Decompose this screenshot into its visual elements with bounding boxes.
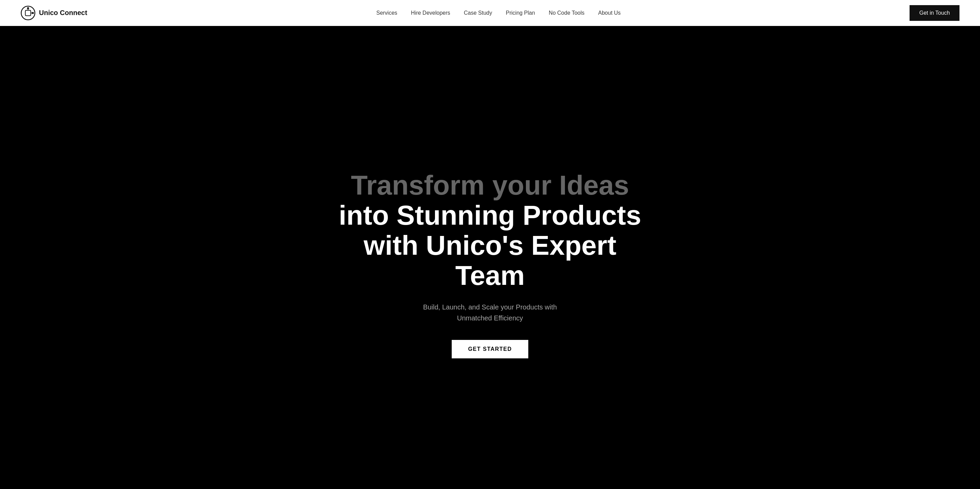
hero-section: Transform your Ideas into Stunning Produ… bbox=[0, 26, 980, 489]
nav-about-us[interactable]: About Us bbox=[598, 10, 620, 16]
hero-title-muted: Transform your Ideas bbox=[351, 170, 629, 201]
nav-hire-developers[interactable]: Hire Developers bbox=[411, 10, 450, 16]
nav-no-code-tools[interactable]: No Code Tools bbox=[549, 10, 585, 16]
svg-rect-1 bbox=[25, 10, 31, 16]
nav-services[interactable]: Services bbox=[376, 10, 397, 16]
get-in-touch-button[interactable]: Get in Touch bbox=[910, 5, 959, 21]
nav-links: Services Hire Developers Case Study Pric… bbox=[376, 10, 620, 16]
get-started-button[interactable]: GET STARTED bbox=[452, 340, 528, 358]
hero-title-white: into Stunning Products with Unico's Expe… bbox=[339, 200, 641, 291]
svg-point-2 bbox=[27, 7, 29, 9]
navbar: Unico Connect Services Hire Developers C… bbox=[0, 0, 980, 26]
nav-pricing-plan[interactable]: Pricing Plan bbox=[506, 10, 535, 16]
logo-icon bbox=[21, 5, 35, 21]
hero-subtitle: Build, Launch, and Scale your Products w… bbox=[411, 302, 569, 323]
hero-title: Transform your Ideas into Stunning Produ… bbox=[326, 170, 654, 291]
svg-point-3 bbox=[32, 12, 34, 14]
logo-link[interactable]: Unico Connect bbox=[21, 5, 87, 21]
logo-text: Unico Connect bbox=[39, 9, 87, 17]
nav-case-study[interactable]: Case Study bbox=[464, 10, 492, 16]
